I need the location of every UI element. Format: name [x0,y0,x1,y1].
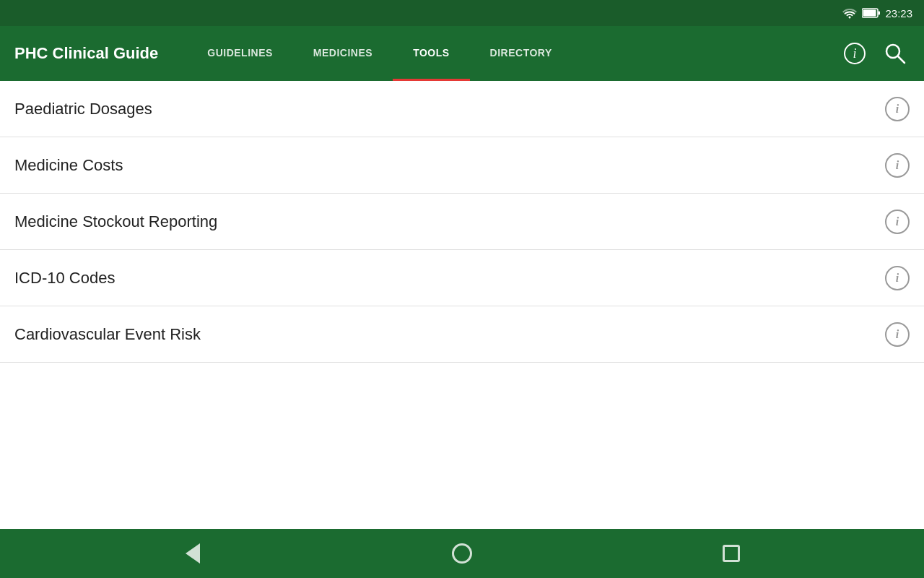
svg-line-6 [898,56,905,63]
paediatric-dosages-info-icon[interactable]: i [885,97,910,121]
svg-text:i: i [853,46,856,61]
home-circle-icon [452,543,472,564]
battery-icon [862,8,881,18]
tools-list: Paediatric Dosages i Medicine Costs i Me… [0,81,924,529]
list-item-paediatric-dosages[interactable]: Paediatric Dosages i [0,81,924,137]
list-item-medicine-stockout[interactable]: Medicine Stockout Reporting i [0,194,924,250]
svg-rect-1 [863,10,876,17]
home-button[interactable] [444,535,480,571]
list-item-cardiovascular[interactable]: Cardiovascular Event Risk i [0,306,924,363]
svg-rect-2 [879,12,881,15]
info-header-icon: i [843,42,866,65]
paediatric-dosages-label: Paediatric Dosages [14,100,152,118]
search-button[interactable] [881,39,910,68]
bottom-nav [0,529,924,578]
recents-square-icon [723,545,740,562]
tab-tools[interactable]: TOOLS [393,26,469,81]
icd10-info-icon[interactable]: i [885,266,910,290]
list-item-icd10[interactable]: ICD-10 Codes i [0,250,924,306]
main-nav: GUIDELINES MEDICINES TOOLS DIRECTORY [187,26,840,81]
status-bar: 23:23 [0,0,924,26]
wifi-icon [842,7,858,19]
back-button[interactable] [175,535,211,571]
medicine-stockout-label: Medicine Stockout Reporting [14,212,217,231]
info-header-button[interactable]: i [840,39,869,68]
tab-directory[interactable]: DIRECTORY [470,26,572,81]
search-icon [884,43,906,64]
medicine-costs-label: Medicine Costs [14,156,123,175]
back-arrow-icon [186,543,200,564]
app-header: PHC Clinical Guide GUIDELINES MEDICINES … [0,26,924,81]
header-actions: i [840,39,910,68]
recents-button[interactable] [713,535,749,571]
status-icons: 23:23 [842,7,912,20]
icd10-label: ICD-10 Codes [14,269,115,288]
tab-guidelines[interactable]: GUIDELINES [187,26,293,81]
list-item-medicine-costs[interactable]: Medicine Costs i [0,137,924,194]
tab-medicines[interactable]: MEDICINES [293,26,393,81]
cardiovascular-label: Cardiovascular Event Risk [14,325,201,344]
status-time: 23:23 [885,7,912,20]
app-title: PHC Clinical Guide [14,44,158,63]
cardiovascular-info-icon[interactable]: i [885,322,910,347]
medicine-stockout-info-icon[interactable]: i [885,210,910,234]
medicine-costs-info-icon[interactable]: i [885,153,910,178]
